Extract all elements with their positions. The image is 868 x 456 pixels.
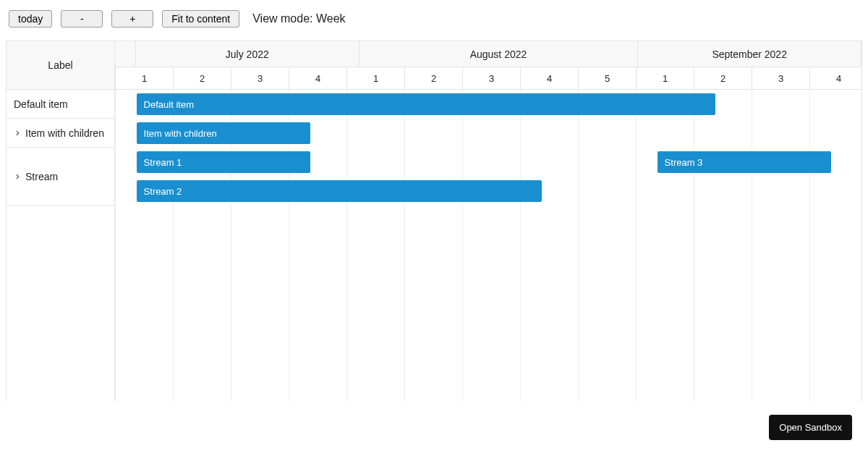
week-header: 5 (579, 67, 637, 89)
row-label-1[interactable]: Item with children (7, 119, 114, 148)
view-mode-label: View mode: Week (252, 12, 345, 25)
week-header: 3 (231, 67, 289, 89)
row-label-text: Default item (14, 98, 68, 110)
view-mode-value: Week (316, 12, 346, 25)
today-button[interactable]: today (9, 10, 52, 28)
week-header: 1 (637, 67, 694, 89)
week-header: 4 (810, 67, 861, 89)
month-header: August 2022 (359, 41, 639, 67)
week-header: 3 (463, 67, 521, 89)
open-sandbox-button[interactable]: Open Sandbox (769, 415, 852, 440)
week-header: 1 (116, 67, 174, 89)
timeline[interactable]: July 2022August 2022September 2022 12341… (115, 41, 861, 401)
week-header: 1 (347, 67, 405, 89)
month-header: September 2022 (638, 41, 861, 67)
fit-to-content-button[interactable]: Fit to content (162, 10, 239, 28)
week-header: 4 (289, 67, 347, 89)
chevron-right-icon[interactable] (14, 171, 21, 182)
week-header-row: 1234123451234 (115, 67, 861, 90)
week-header: 2 (405, 67, 463, 89)
chevron-right-icon[interactable] (14, 127, 21, 139)
gantt-bars: Default itemItem with childrenStream 1St… (115, 90, 861, 401)
gantt-chart: Label Default itemItem with childrenStre… (6, 41, 862, 401)
row-label-text: Item with children (25, 127, 104, 139)
row-label-text: Stream (25, 171, 58, 182)
week-header: 4 (521, 67, 579, 89)
zoom-in-button[interactable]: + (111, 10, 153, 28)
zoom-out-button[interactable]: - (61, 10, 103, 28)
gantt-bar[interactable]: Item with children (137, 122, 310, 144)
row-label-0: Default item (7, 90, 114, 119)
week-header: 2 (694, 67, 752, 89)
row-label-2[interactable]: Stream (7, 148, 114, 206)
gantt-bar[interactable]: Stream 3 (658, 151, 831, 173)
label-column-header: Label (7, 41, 114, 90)
week-header: 3 (752, 67, 810, 89)
gantt-bar[interactable]: Default item (137, 93, 715, 115)
gantt-bar[interactable]: Stream 2 (137, 180, 542, 202)
week-header: 2 (174, 67, 231, 89)
month-header: July 2022 (136, 41, 359, 67)
label-column: Label Default itemItem with childrenStre… (7, 41, 115, 401)
gantt-bar[interactable]: Stream 1 (137, 151, 310, 173)
view-mode-prefix: View mode: (252, 12, 316, 25)
month-header-row: July 2022August 2022September 2022 (115, 41, 861, 67)
